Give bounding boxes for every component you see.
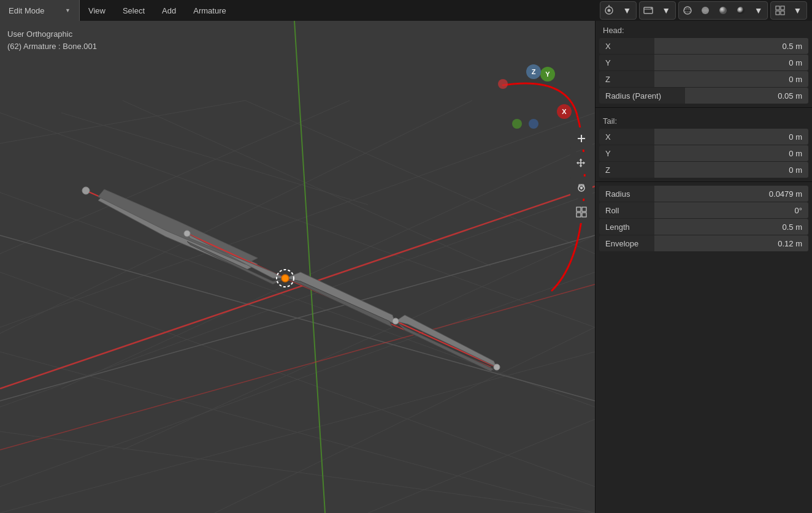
head-section-label: Head: [596, 21, 812, 37]
head-radius-parent-label: Radius (Parent) [599, 91, 685, 101]
roll-row[interactable]: Roll 0° [599, 202, 808, 218]
svg-rect-16 [0, 21, 595, 513]
right-panel: ▶ Transform ⠿ Head: X 0.5 m Y 0 m Z 0 m … [595, 0, 812, 513]
svg-point-42 [82, 187, 90, 194]
tail-x-row[interactable]: X 0 m [599, 129, 808, 145]
svg-point-58 [393, 318, 399, 324]
svg-point-59 [494, 364, 500, 370]
head-x-row[interactable]: X 0.5 m [599, 38, 808, 54]
gizmo-dropdown-btn[interactable]: ▼ [789, 2, 806, 19]
svg-rect-74 [576, 207, 581, 211]
projection-info: User Orthographic [7, 28, 97, 40]
envelope-value[interactable]: 0.12 m [654, 235, 808, 251]
length-row[interactable]: Length 0.5 m [599, 219, 808, 235]
svg-point-7 [684, 9, 691, 12]
svg-rect-76 [576, 213, 581, 217]
svg-point-56 [282, 275, 289, 282]
viewport[interactable]: Y Z X User Orthographic (62) Armature : … [0, 21, 595, 513]
head-x-value[interactable]: 0.5 m [654, 38, 808, 54]
svg-rect-12 [776, 6, 779, 10]
add-tool-btn[interactable] [570, 127, 592, 150]
section-divider-2 [596, 181, 812, 182]
tail-y-row[interactable]: Y 0 m [599, 145, 808, 161]
tail-z-row[interactable]: Z 0 m [599, 162, 808, 178]
viewport-controls-group: ▼ [600, 1, 637, 20]
head-radius-parent-value[interactable]: 0.05 m [685, 88, 808, 104]
tail-y-label: Y [599, 149, 654, 158]
length-value[interactable]: 0.5 m [654, 219, 808, 235]
overlay-dropdown-btn[interactable]: ▼ [749, 2, 767, 19]
side-tools [568, 125, 595, 226]
topbar: Edit Mode ▼ View Select Add Armature [0, 0, 595, 21]
svg-point-5 [651, 8, 652, 9]
svg-point-67 [512, 119, 522, 129]
view-menu[interactable]: View [80, 0, 114, 21]
svg-rect-75 [582, 207, 586, 211]
envelope-label: Envelope [599, 239, 654, 248]
mode-label: Edit Mode [9, 6, 45, 15]
svg-rect-15 [781, 11, 784, 15]
transform-section: Head: X 0.5 m Y 0 m Z 0 m Radius (Parent… [596, 21, 812, 251]
camera-tool-btn[interactable] [570, 177, 592, 199]
object-info: (62) Armature : Bone.001 [7, 40, 97, 53]
head-x-label: X [599, 42, 654, 51]
dropdown-icon-btn[interactable]: ▼ [618, 2, 636, 19]
solid-sphere-btn[interactable] [697, 2, 714, 19]
svg-rect-77 [582, 213, 586, 217]
section-divider-1 [596, 107, 812, 108]
move-tool-btn[interactable] [570, 152, 592, 174]
head-y-label: Y [599, 58, 654, 67]
svg-rect-14 [776, 11, 779, 15]
render-dropdown-btn[interactable]: ▼ [657, 2, 675, 19]
tail-z-value[interactable]: 0 m [654, 162, 808, 178]
svg-point-57 [184, 230, 190, 237]
radius-value[interactable]: 0.0479 m [654, 186, 808, 202]
mode-dropdown[interactable]: Edit Mode ▼ [0, 0, 80, 21]
head-z-label: Z [599, 75, 654, 84]
svg-point-10 [719, 7, 727, 14]
head-radius-parent-row[interactable]: Radius (Parent) 0.05 m [599, 88, 808, 104]
render-controls-group: ▼ [639, 1, 676, 20]
render-icon-btn[interactable] [640, 2, 657, 19]
head-z-row[interactable]: Z 0 m [599, 71, 808, 87]
gizmo-controls-group: ▼ [770, 1, 807, 20]
render-preview-btn[interactable] [732, 2, 749, 19]
topbar-right: ▼ ▼ [595, 0, 812, 21]
radius-label: Radius [599, 189, 654, 199]
head-y-row[interactable]: Y 0 m [599, 55, 808, 70]
select-menu[interactable]: Select [114, 0, 153, 21]
grid-tool-btn[interactable] [570, 201, 592, 223]
radius-row[interactable]: Radius 0.0479 m [599, 186, 808, 202]
svg-point-68 [529, 119, 538, 129]
tail-x-label: X [599, 132, 654, 142]
envelope-row[interactable]: Envelope 0.12 m [599, 235, 808, 251]
viewport-info: User Orthographic (62) Armature : Bone.0… [7, 28, 97, 52]
roll-value[interactable]: 0° [654, 202, 808, 218]
svg-text:Y: Y [545, 70, 550, 78]
tail-z-label: Z [599, 165, 654, 175]
head-z-value[interactable]: 0 m [654, 71, 808, 87]
camera-icon-btn[interactable] [600, 2, 618, 19]
roll-label: Roll [599, 206, 654, 215]
svg-point-1 [608, 9, 611, 12]
svg-text:X: X [562, 108, 567, 115]
svg-point-66 [498, 79, 508, 89]
svg-point-11 [737, 7, 745, 14]
add-menu[interactable]: Add [153, 0, 185, 21]
svg-text:Z: Z [532, 68, 536, 75]
svg-point-72 [580, 187, 583, 189]
armature-menu[interactable]: Armature [185, 0, 234, 21]
svg-point-9 [702, 9, 708, 12]
overlay-controls-group: ▼ [678, 1, 768, 20]
dropdown-arrow-icon: ▼ [65, 7, 71, 13]
tail-x-value[interactable]: 0 m [654, 129, 808, 145]
grid-icon-btn[interactable] [771, 2, 789, 19]
length-label: Length [599, 222, 654, 232]
svg-rect-13 [781, 6, 784, 10]
tail-y-value[interactable]: 0 m [654, 145, 808, 161]
viewport-grid: Y Z X [0, 21, 595, 513]
mat-sphere-btn[interactable] [714, 2, 732, 19]
head-y-value[interactable]: 0 m [654, 55, 808, 70]
tail-section-label: Tail: [596, 112, 812, 128]
sphere-icon-btn[interactable] [679, 2, 697, 19]
